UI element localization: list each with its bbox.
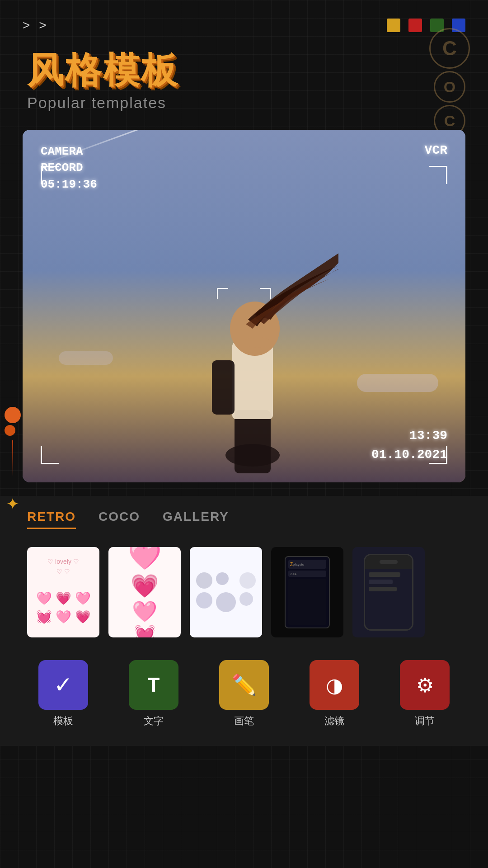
focus-brackets [217,288,271,324]
top-bar: > > [0,0,488,42]
vertical-line [12,440,13,476]
tool-filter-icon-box: ◑ [310,660,359,710]
bubble [216,592,236,612]
template-thumb-5[interactable] [352,547,425,637]
vcr-camera-record-1: CAMERA [41,143,97,160]
heart-icon: 🩷 [75,591,91,606]
tool-template-label: 模板 [53,714,73,728]
heart-icon: 💗 [75,609,91,624]
tool-brush-label: 画笔 [234,714,254,728]
bubble [196,572,212,589]
check-icon: ✓ [54,672,73,698]
thumb-large-hearts: 🩷 💗 🩷 💓 [108,547,181,637]
thumb-bubbles-bg [190,547,262,637]
vcr-overlay: CAMERA RECORD 05:19:36 VCR 13:39 01.10.2… [23,130,465,482]
heart-icon: 🩷 [36,591,52,606]
corner-bracket-bl [41,446,59,464]
bottom-toolbar: ✓ 模板 T 文字 ✏️ 画笔 ◑ 滤镜 ⚙ 调节 [0,651,488,746]
orange-circle-small [5,425,15,436]
focus-bracket-tl [217,288,228,299]
tool-text-icon-box: T [129,660,178,710]
tab-gallery[interactable]: GALLERY [163,509,229,529]
template-thumb-1[interactable]: ♡ lovely ♡ ♡ ♡ 🩷 💗 🩷 💓 🩷 💗 [27,547,99,637]
thumb-dark-bg: Zplaysio 2.0▸ [271,547,343,637]
nav-arrow-2[interactable]: > [39,18,46,33]
main-preview: CAMERA RECORD 05:19:36 VCR 13:39 01.10.2… [23,130,465,482]
page-title-english: Popular templates [27,94,461,112]
focus-bracket-tr [260,288,271,299]
text-icon: T [148,674,160,696]
tool-brush[interactable]: ✏️ 画笔 [199,660,289,728]
template-thumb-2[interactable]: 🩷 💗 🩷 💓 [108,547,181,637]
thumb-hearts-bg: ♡ lovely ♡ ♡ ♡ 🩷 💗 🩷 💓 🩷 💗 [27,547,99,637]
tool-template-icon-box: ✓ [38,660,88,710]
star-icon: ✦ [6,495,19,514]
deco-letter-c1: C [429,28,470,69]
tool-brush-icon-box: ✏️ [219,660,269,710]
bubble [239,572,256,589]
tool-template[interactable]: ✓ 模板 [18,660,108,728]
heart-icon: 💗 [56,591,71,606]
nav-arrow-1[interactable]: > [23,18,30,33]
brush-icon: ✏️ [232,673,257,697]
deco-letter-o1: O [434,71,465,103]
color-dot-red[interactable] [408,19,422,32]
vcr-time: 13:39 [371,426,447,445]
vcr-mode: VCR [425,143,447,157]
tool-adjust-icon-box: ⚙ [400,660,450,710]
tool-adjust[interactable]: ⚙ 调节 [380,660,470,728]
corner-bracket-tr [429,166,447,184]
header-section: 风格模板 Popular templates C O C O [0,42,488,116]
thumb-phone-bg [352,547,425,637]
nav-arrows: > > [23,18,47,33]
thumbnails-row: ♡ lovely ♡ ♡ ♡ 🩷 💗 🩷 💓 🩷 💗 🩷 💗 🩷 [0,538,488,651]
color-dot-yellow[interactable] [387,19,400,32]
bubble [196,592,212,609]
tool-adjust-label: 调节 [415,714,435,728]
corner-bracket-tl [41,166,59,184]
bubble [239,592,253,606]
heart-icon: 🩷 [56,609,71,624]
orange-circle-big [5,407,21,423]
template-thumb-4[interactable]: Zplaysio 2.0▸ [271,547,343,637]
tab-coco[interactable]: COCO [99,509,140,529]
corner-bracket-br [429,446,447,464]
adjust-icon: ⚙ [416,674,434,697]
tool-text[interactable]: T 文字 [108,660,199,728]
tool-filter-label: 滤镜 [324,714,344,728]
bubble [216,572,229,585]
template-thumb-3[interactable] [190,547,262,637]
heart-icon: 💓 [36,609,52,624]
tab-bar: RETRO COCO GALLERY [0,496,488,538]
tool-filter[interactable]: ◑ 滤镜 [289,660,380,728]
page-title-chinese: 风格模板 [27,51,461,90]
orange-circles [5,407,21,436]
filter-icon: ◑ [326,674,343,697]
sidebar-decoration: ✦ [5,407,21,514]
tool-text-label: 文字 [144,714,164,728]
tab-retro[interactable]: RETRO [27,509,76,529]
